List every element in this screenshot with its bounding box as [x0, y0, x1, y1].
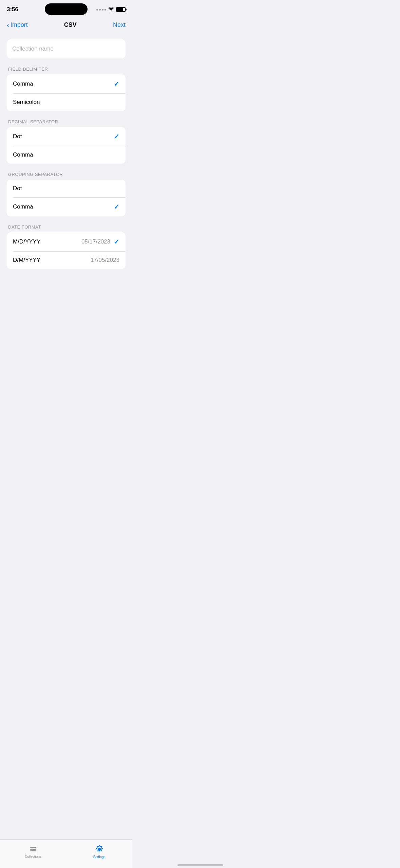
option-right-decimal-separator-0: ✓ [114, 132, 119, 141]
status-bar: 3:56 [0, 0, 132, 17]
checkmark-icon-field-delimiter-0: ✓ [114, 80, 119, 88]
back-label: Import [11, 21, 28, 29]
option-label-decimal-separator-1: Comma [13, 151, 33, 158]
section-label-field-delimiter: FIELD DELIMITER [7, 67, 126, 72]
option-row-grouping-separator-0[interactable]: Dot [7, 180, 126, 197]
option-row-date-format-1[interactable]: D/M/YYYY17/05/2023 [7, 251, 126, 269]
section-label-decimal-separator: DECIMAL SEPARATOR [7, 119, 126, 124]
option-row-grouping-separator-1[interactable]: Comma✓ [7, 197, 126, 216]
next-button[interactable]: Next [113, 21, 126, 29]
wifi-icon [108, 7, 114, 12]
option-value-date-format-1: 17/05/2023 [91, 257, 119, 264]
signal-icon [96, 9, 106, 11]
option-label-field-delimiter-1: Semicolon [13, 99, 40, 106]
checkmark-icon-grouping-separator-1: ✓ [114, 203, 119, 211]
dynamic-island [45, 3, 88, 15]
option-label-grouping-separator-1: Comma [13, 203, 33, 210]
collection-name-input[interactable] [7, 39, 126, 58]
nav-bar: ‹ Import CSV Next [0, 17, 132, 34]
section-field-delimiter: FIELD DELIMITERComma✓Semicolon [7, 67, 126, 111]
page-title: CSV [64, 21, 77, 29]
options-card-field-delimiter: Comma✓Semicolon [7, 74, 126, 111]
options-card-decimal-separator: Dot✓Comma [7, 127, 126, 164]
option-label-date-format-1: D/M/YYYY [13, 257, 40, 264]
option-right-date-format-0: 05/17/2023✓ [81, 238, 119, 246]
sections-container: FIELD DELIMITERComma✓SemicolonDECIMAL SE… [7, 67, 126, 269]
section-label-grouping-separator: GROUPING SEPARATOR [7, 172, 126, 177]
option-row-field-delimiter-1[interactable]: Semicolon [7, 93, 126, 111]
checkmark-icon-decimal-separator-0: ✓ [114, 132, 119, 141]
option-value-date-format-0: 05/17/2023 [81, 238, 110, 245]
checkmark-icon-date-format-0: ✓ [114, 238, 119, 246]
section-grouping-separator: GROUPING SEPARATORDotComma✓ [7, 172, 126, 216]
option-row-decimal-separator-1[interactable]: Comma [7, 146, 126, 164]
option-right-field-delimiter-0: ✓ [114, 80, 119, 88]
main-content: FIELD DELIMITERComma✓SemicolonDECIMAL SE… [0, 34, 132, 311]
chevron-left-icon: ‹ [7, 21, 9, 28]
option-label-field-delimiter-0: Comma [13, 80, 33, 87]
back-button[interactable]: ‹ Import [7, 21, 28, 29]
section-decimal-separator: DECIMAL SEPARATORDot✓Comma [7, 119, 126, 164]
option-row-date-format-0[interactable]: M/D/YYYY05/17/2023✓ [7, 232, 126, 251]
options-card-date-format: M/D/YYYY05/17/2023✓D/M/YYYY17/05/2023 [7, 232, 126, 269]
battery-icon [116, 7, 126, 12]
option-right-date-format-1: 17/05/2023 [91, 257, 119, 264]
option-right-grouping-separator-1: ✓ [114, 203, 119, 211]
option-label-grouping-separator-0: Dot [13, 185, 22, 192]
option-label-decimal-separator-0: Dot [13, 133, 22, 140]
section-date-format: DATE FORMATM/D/YYYY05/17/2023✓D/M/YYYY17… [7, 224, 126, 269]
status-icons [96, 7, 126, 12]
option-row-field-delimiter-0[interactable]: Comma✓ [7, 74, 126, 93]
options-card-grouping-separator: DotComma✓ [7, 180, 126, 216]
option-label-date-format-0: M/D/YYYY [13, 238, 40, 245]
status-time: 3:56 [7, 6, 18, 13]
section-label-date-format: DATE FORMAT [7, 224, 126, 230]
option-row-decimal-separator-0[interactable]: Dot✓ [7, 127, 126, 146]
